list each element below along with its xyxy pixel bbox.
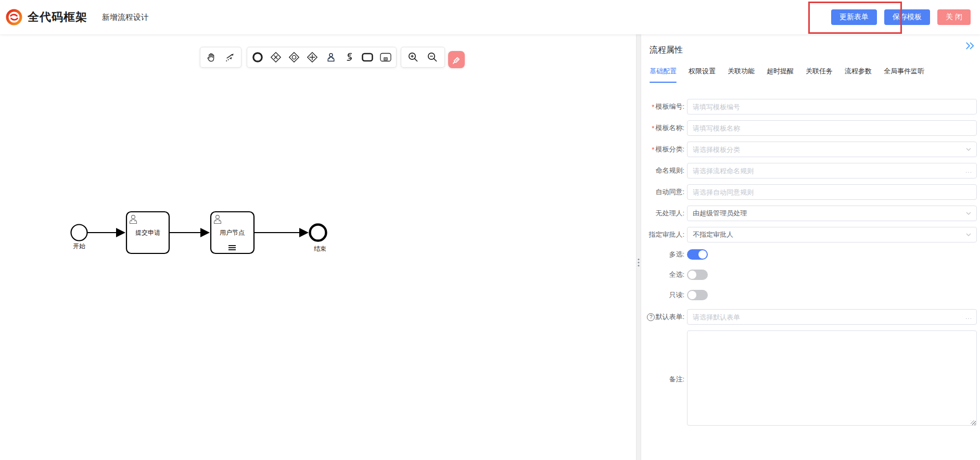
panel-resize-handle[interactable] (636, 34, 641, 460)
field-label: 多选: (641, 250, 687, 259)
bpmn-canvas[interactable]: 开始 提交申请 用户节点 (0, 34, 636, 460)
start-event-label: 开始 (73, 242, 85, 250)
field-label: ? 默认表单: (641, 312, 687, 322)
readonly-toggle[interactable] (687, 290, 708, 300)
hand-tool-icon[interactable] (203, 49, 219, 65)
app-header: 全代码框架 新增流程设计 更新表单 保存模板 关 闭 (0, 0, 980, 34)
field-label: 全选: (641, 270, 687, 279)
field-label: 无处理人: (641, 209, 687, 218)
tab-global-event-listener[interactable]: 全局事件监听 (884, 67, 924, 83)
panel-title: 流程属性 (650, 45, 683, 56)
tab-permission-settings[interactable]: 权限设置 (689, 67, 716, 83)
zoom-in-icon[interactable] (405, 49, 421, 65)
multi-select-toggle[interactable] (687, 249, 708, 260)
form-row: 全选: (641, 269, 977, 281)
end-event-node[interactable]: 结束 (310, 225, 327, 253)
required-asterisk: * (652, 124, 654, 132)
user-task-icon[interactable] (323, 49, 339, 65)
assigned-approver-select[interactable] (687, 227, 977, 242)
field-label: * 模板名称: (641, 123, 687, 133)
tab-basic-config[interactable]: 基础配置 (650, 67, 677, 83)
template-code-input[interactable] (687, 99, 977, 114)
user-task-node[interactable]: 提交申请 (126, 212, 169, 253)
exclusive-gateway-icon[interactable] (268, 49, 284, 65)
help-icon[interactable]: ? (647, 313, 655, 321)
form-row: ? 默认表单: ... (641, 309, 977, 325)
brand: 全代码框架 (5, 8, 87, 26)
beautify-button[interactable] (448, 51, 465, 68)
field-label: * 模板编号: (641, 102, 687, 111)
update-form-button[interactable]: 更新表单 (831, 9, 877, 25)
naming-rule-input[interactable] (687, 163, 977, 178)
required-asterisk: * (652, 146, 654, 154)
task-label: 用户节点 (220, 229, 245, 236)
field-label: 命名规则: (641, 166, 687, 175)
save-template-button[interactable]: 保存模板 (884, 9, 930, 25)
default-form-input[interactable] (687, 309, 977, 325)
basic-config-form: * 模板编号: * 模板名称: * 模板分类: (641, 99, 980, 433)
tab-timeout-reminder[interactable]: 超时提醒 (767, 67, 794, 83)
field-label: 指定审批人: (641, 230, 687, 239)
auto-agree-input[interactable] (687, 184, 977, 200)
main-area: 开始 提交申请 用户节点 (0, 34, 980, 460)
connect-tool-icon[interactable] (222, 49, 238, 65)
tab-related-tasks[interactable]: 关联任务 (806, 67, 833, 83)
start-event-icon[interactable] (250, 49, 265, 65)
form-row: * 模板编号: (641, 99, 977, 114)
end-event-label: 结束 (314, 245, 326, 252)
subprocess-icon[interactable] (378, 49, 393, 65)
start-event-node[interactable]: 开始 (71, 225, 87, 250)
inclusive-gateway-icon[interactable] (286, 49, 302, 65)
template-category-select[interactable] (687, 142, 977, 157)
field-label: 只读: (641, 290, 687, 300)
remark-textarea[interactable] (687, 330, 977, 426)
task-icon[interactable] (360, 49, 375, 65)
double-chevron-right-icon (965, 42, 975, 50)
parallel-gateway-icon[interactable] (304, 49, 320, 65)
close-button[interactable]: 关 闭 (937, 9, 971, 25)
brand-name: 全代码框架 (28, 9, 87, 25)
template-name-input[interactable] (687, 120, 977, 136)
toolbar-group-zoom (401, 47, 445, 68)
tab-related-functions[interactable]: 关联功能 (728, 67, 755, 83)
no-handler-select[interactable] (687, 206, 977, 221)
drag-dots-icon (638, 257, 640, 268)
form-row: 命名规则: ... (641, 163, 977, 178)
task-label: 提交申请 (135, 229, 160, 236)
form-row: 多选: (641, 248, 977, 261)
form-row: 指定审批人: (641, 227, 977, 242)
tab-process-parameters[interactable]: 流程参数 (845, 67, 872, 83)
app-logo-icon (5, 8, 23, 26)
collapse-panel-button[interactable] (964, 41, 976, 52)
user-task-node[interactable]: 用户节点 (211, 212, 254, 253)
paint-brush-icon (452, 55, 461, 65)
form-row: 只读: (641, 289, 977, 301)
required-asterisk: * (652, 103, 654, 111)
zoom-out-icon[interactable] (425, 49, 440, 65)
form-row: * 模板名称: (641, 120, 977, 136)
field-label: * 模板分类: (641, 145, 687, 154)
toolbar-group-select (200, 47, 241, 68)
page-title: 新增流程设计 (102, 12, 149, 22)
field-label: 自动同意: (641, 187, 687, 197)
field-label: 备注: (641, 375, 687, 384)
header-actions: 更新表单 保存模板 关 闭 (831, 9, 972, 25)
panel-tabs: 基础配置 权限设置 关联功能 超时提醒 关联任务 流程参数 全局事件监听 (650, 67, 924, 83)
process-properties-panel: 流程属性 基础配置 权限设置 关联功能 超时提醒 关联任务 流程参数 全局事件监… (641, 34, 980, 460)
select-all-toggle[interactable] (687, 270, 708, 280)
form-row: 备注: (641, 330, 977, 428)
form-row: * 模板分类: (641, 142, 977, 157)
form-row: 自动同意: (641, 184, 977, 200)
bpmn-diagram: 开始 提交申请 用户节点 (52, 196, 354, 274)
script-task-icon[interactable] (341, 49, 357, 65)
toolbar-group-elements (247, 47, 397, 68)
form-row: 无处理人: (641, 206, 977, 221)
